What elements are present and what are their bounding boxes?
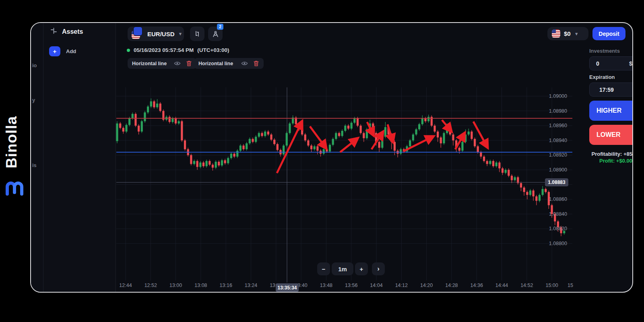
candle-body [323,149,325,154]
zoom-in-button[interactable]: + [355,262,368,275]
candle-body [230,154,232,158]
expiration-input[interactable]: 17:59 [589,83,633,97]
candle-body [267,132,269,134]
investment-input[interactable]: 0 $ [589,56,633,70]
candle-body [381,137,383,148]
higher-button[interactable]: HIGHER [589,101,633,121]
price-axis-label: 1.08960 [549,123,567,128]
asset-pair-selector[interactable]: EUR/USD ▼ [128,27,184,41]
candle-body [246,143,248,149]
chevron-down-icon: ▼ [574,31,579,36]
candle-body [181,121,183,140]
candle-body [171,118,173,122]
candle-body [314,146,316,149]
price-axis-label: 1.08860 [549,196,567,202]
investment-value: 0 [590,60,599,67]
candle-body [498,163,500,169]
candle-body [480,152,482,157]
candle-body [132,114,134,118]
hline-chip-label: Horizontal line [198,61,233,66]
candle-body [190,155,192,164]
candle-body [474,139,476,146]
time-axis-label: 14:52 [520,283,533,288]
candle-body [206,161,208,166]
candle-body [221,160,223,165]
candle-body [147,107,149,113]
trend-arrow-down [310,126,326,148]
candle-body [125,125,127,131]
candle-body [541,189,543,195]
visibility-eye-icon[interactable] [241,61,248,66]
candle-body [273,140,275,144]
candle-body [421,118,423,124]
candle-body [461,142,463,151]
time-axis-label: 15:00 [545,283,558,288]
profitability-text: Profitability: +85 [540,151,632,157]
candle-body [468,132,470,134]
candle-body [366,129,368,138]
candle-body [208,161,211,165]
candle-body [424,118,426,121]
time-axis-label: 13:00 [169,283,182,288]
candle-body [378,142,380,148]
candle-body [332,139,334,145]
candle-body [351,123,353,129]
candle-body [236,151,238,157]
candle-body [212,165,214,167]
candle-body [316,146,318,151]
candle-body [304,134,306,140]
candle-body [258,133,260,137]
candle-body [175,118,177,124]
candle-body [307,140,309,146]
account-balance-selector[interactable]: $0 ▼ [547,27,588,40]
candle-body [255,137,257,142]
candle-body [239,146,242,151]
hline-chip-blue-actions[interactable] [169,58,196,69]
pair-label: EUR/USD [147,31,175,37]
deposit-button[interactable]: Deposit [592,27,625,40]
drawing-tools-icon [212,30,219,38]
indicators-button[interactable] [190,27,204,41]
eur-flag-icon [133,27,142,36]
zoom-out-button[interactable]: − [317,262,330,275]
candle-body [227,158,229,163]
candle-body [196,161,198,167]
candle-body [539,195,541,201]
scroll-right-button[interactable]: › [372,262,385,275]
candle-body [233,154,235,157]
candle-body [489,161,491,164]
candle-body [202,163,204,166]
usd-account-flag-icon [552,29,560,38]
time-axis-label: 13:08 [194,283,207,288]
candle-body [495,163,497,166]
hline-chip-red-actions[interactable] [236,58,264,69]
interval-selector[interactable]: 1m [332,262,353,275]
candle-body [329,145,331,151]
delete-trash-icon[interactable] [186,60,192,66]
candle-body [215,162,217,168]
trend-arrow-up [403,136,433,151]
candle-body [443,133,445,144]
candle-body [344,126,346,131]
candle-body [261,133,263,136]
candle-body [134,114,136,126]
candle-body [353,118,355,123]
candle-body [264,132,266,136]
expiration-value: 17:59 [590,87,614,93]
candle-body [141,121,143,132]
visibility-eye-icon[interactable] [174,61,181,66]
lower-button[interactable]: LOWER [589,125,633,145]
candle-body [394,142,396,151]
candle-body [242,146,244,149]
candle-body [159,103,161,111]
candle-body [184,140,186,149]
time-axis-label: 12:44 [119,283,132,288]
candle-body [347,126,349,128]
candle-body [511,176,513,180]
time-axis-label: 12:52 [144,283,157,288]
candle-body [529,190,531,195]
candle-body [169,117,171,122]
delete-trash-icon[interactable] [254,60,259,66]
candle-body [427,117,429,121]
price-axis-label: 1.08940 [549,138,567,143]
